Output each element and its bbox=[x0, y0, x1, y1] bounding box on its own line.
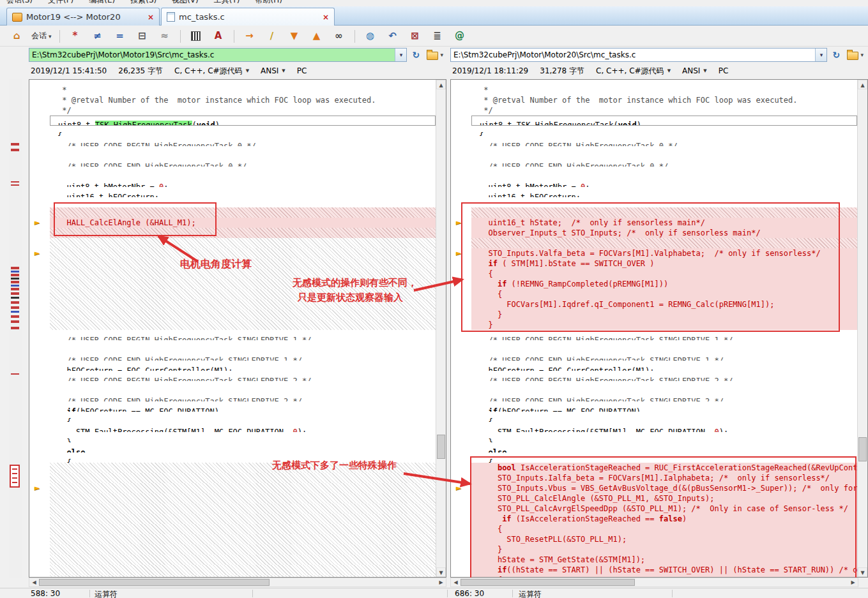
next-difference-button[interactable]: ▼ bbox=[284, 28, 305, 45]
diff-map-mark[interactable] bbox=[11, 288, 19, 290]
right-refresh-button[interactable]: ↻ bbox=[830, 49, 842, 61]
tab-close-icon[interactable]: × bbox=[323, 13, 329, 21]
code-line[interactable]: /* USER CODE END HighFrequencyTask SINGL… bbox=[471, 350, 857, 361]
show-all-button[interactable]: * bbox=[65, 28, 86, 45]
scrollbar-thumb[interactable] bbox=[858, 437, 867, 461]
diff-section-marker-icon[interactable]: ► bbox=[34, 483, 40, 493]
diff-section-marker-icon[interactable]: ► bbox=[456, 248, 461, 258]
code-line[interactable]: STO_ResetPLL(&STO_PLL_M1); bbox=[471, 534, 857, 544]
code-line[interactable]: Observer_Inputs_t STO_Inputs; /* only if… bbox=[471, 228, 857, 238]
edit-button[interactable]: ∕ bbox=[262, 28, 282, 45]
code-line[interactable]: { bbox=[471, 289, 857, 299]
code-line[interactable]: STM_FaultProcessing(&STM[M1], MC_FOC_DUR… bbox=[471, 422, 857, 432]
menu-item[interactable]: 会话(S) bbox=[6, 0, 33, 6]
undo-button[interactable]: ↶ bbox=[383, 28, 403, 45]
code-line[interactable]: uint16_t hState; /* only if sensorless m… bbox=[471, 218, 857, 228]
code-line[interactable]: { bbox=[471, 524, 857, 534]
code-line[interactable] bbox=[50, 207, 436, 218]
scroll-up-button[interactable]: ▲ bbox=[858, 80, 867, 89]
code-line[interactable]: } bbox=[471, 544, 857, 555]
code-line[interactable] bbox=[471, 238, 857, 248]
web-globe-button[interactable]: ◍ bbox=[360, 28, 381, 45]
code-line[interactable]: { bbox=[471, 126, 857, 136]
menu-item[interactable]: 编辑(E) bbox=[89, 0, 115, 6]
code-line[interactable]: /* USER CODE END HighFrequencyTask SINGL… bbox=[471, 391, 857, 401]
code-line[interactable] bbox=[471, 146, 857, 156]
code-line[interactable] bbox=[50, 493, 436, 504]
code-line[interactable]: /* USER CODE BEGIN HighFrequencyTask 0 *… bbox=[471, 136, 857, 146]
scroll-left-button[interactable]: ◀ bbox=[29, 578, 39, 587]
code-line[interactable]: if ( STM[M1].bState == SWITCH_OVER ) bbox=[471, 258, 857, 269]
code-line[interactable]: /* USER CODE BEGIN HighFrequencyTask SIN… bbox=[471, 371, 857, 381]
diff-map-mark[interactable] bbox=[11, 297, 19, 299]
code-line[interactable] bbox=[471, 207, 857, 218]
code-line[interactable]: * @retval Number of the motor instance w… bbox=[471, 95, 857, 105]
diff-map-mark[interactable] bbox=[11, 301, 19, 304]
code-line[interactable]: { bbox=[471, 575, 857, 577]
code-line[interactable] bbox=[50, 299, 436, 310]
report-button[interactable]: ≣ bbox=[427, 28, 448, 45]
code-line[interactable] bbox=[50, 320, 436, 330]
tab-mc-tasks[interactable]: mc_tasks.c × bbox=[161, 8, 335, 26]
code-line[interactable] bbox=[50, 463, 436, 473]
format-button[interactable]: A bbox=[208, 28, 229, 45]
code-line[interactable] bbox=[50, 289, 436, 299]
code-line[interactable]: /* USER CODE BEGIN HighFrequencyTask SIN… bbox=[50, 371, 436, 381]
diff-section-marker-icon[interactable]: ► bbox=[34, 218, 40, 228]
code-line[interactable]: STO_PLL_CalcElAngle (&STO_PLL_M1, &STO_I… bbox=[471, 493, 857, 504]
left-path-dropdown-button[interactable]: ▾ bbox=[395, 49, 406, 61]
code-line[interactable]: * @retval Number of the motor instance w… bbox=[50, 95, 436, 105]
left-refresh-button[interactable]: ↻ bbox=[409, 49, 422, 61]
code-line[interactable]: STO_PLL_CalcAvrgElSpeedDpp (&STO_PLL_M1)… bbox=[471, 504, 857, 514]
code-line[interactable]: } bbox=[50, 432, 436, 442]
code-line[interactable]: HALL_CalcElAngle (&HALL_M1); bbox=[50, 218, 436, 228]
copy-to-right-button[interactable]: → bbox=[240, 28, 260, 45]
code-line[interactable]: { bbox=[471, 412, 857, 422]
code-line[interactable] bbox=[50, 279, 436, 289]
diff-map-mark[interactable] bbox=[11, 143, 19, 146]
code-line[interactable]: if (!REMNG_RampCompleted(pREMNG[M1])) bbox=[471, 279, 857, 289]
menu-item[interactable]: 工具(T) bbox=[214, 0, 240, 6]
code-line[interactable]: if (IsAccelerationStageReached == false) bbox=[471, 514, 857, 524]
scroll-right-button[interactable]: ▶ bbox=[436, 578, 446, 587]
left-path-text[interactable]: E:\Stm32cubePrj\Motor\Motor19\Src\mc_tas… bbox=[29, 49, 395, 61]
code-line[interactable]: { bbox=[50, 412, 436, 422]
code-line[interactable] bbox=[50, 167, 436, 177]
code-line[interactable]: if(hFOCreturn == MC_FOC_DURATION) bbox=[471, 401, 857, 412]
code-line[interactable]: uint8_t TSK_HighFrequencyTask(void) bbox=[50, 116, 436, 126]
tab-close-icon[interactable]: × bbox=[148, 13, 154, 21]
code-line[interactable]: * bbox=[50, 85, 436, 95]
code-line[interactable]: /* USER CODE END HighFrequencyTask 0 */ bbox=[471, 156, 857, 167]
code-line[interactable] bbox=[50, 248, 436, 258]
code-line[interactable]: STO_Inputs.Ialfa_beta = FOCVars[M1].Ialp… bbox=[471, 473, 857, 483]
left-horizontal-scrollbar[interactable]: ◀ ▶ bbox=[29, 578, 446, 587]
menu-item[interactable]: 搜索(S) bbox=[130, 0, 156, 6]
diff-map-mark[interactable] bbox=[11, 184, 19, 186]
scrollbar-track[interactable] bbox=[461, 578, 848, 587]
diff-map-mark[interactable] bbox=[11, 311, 19, 313]
diff-map-mark[interactable] bbox=[11, 315, 19, 318]
code-line[interactable] bbox=[50, 514, 436, 524]
scrollbar-thumb[interactable] bbox=[437, 435, 445, 459]
ignore-unimportant-button[interactable]: ≈ bbox=[155, 28, 175, 45]
diff-map-mark[interactable] bbox=[11, 373, 19, 375]
code-line[interactable]: else bbox=[50, 442, 436, 452]
scrollbar-track[interactable] bbox=[39, 578, 436, 587]
diff-map-mark[interactable] bbox=[11, 267, 19, 269]
diff-map-mark[interactable] bbox=[11, 274, 19, 276]
code-line[interactable]: FOCVars[M1].Iqdref.qI_Component1 = REMNG… bbox=[471, 299, 857, 310]
code-line[interactable]: /* USER CODE END HighFrequencyTask SINGL… bbox=[50, 350, 436, 361]
right-path-dropdown-button[interactable]: ▾ bbox=[815, 49, 826, 61]
code-line[interactable] bbox=[50, 238, 436, 248]
show-differences-button[interactable]: ≠ bbox=[88, 28, 108, 45]
code-line[interactable] bbox=[50, 146, 436, 156]
code-line[interactable]: uint8_t TSK_HighFrequencyTask(void) bbox=[471, 116, 857, 126]
diff-map-mark[interactable] bbox=[11, 285, 19, 287]
code-line[interactable] bbox=[50, 544, 436, 555]
show-same-button[interactable]: = bbox=[110, 28, 130, 45]
code-line[interactable]: bool IsAccelerationStageReached = RUC_Fi… bbox=[471, 463, 857, 473]
find-binoculars-button[interactable]: ∞ bbox=[329, 28, 349, 45]
scroll-down-button[interactable]: ▼ bbox=[436, 567, 446, 577]
scrollbar-thumb[interactable] bbox=[39, 579, 270, 586]
code-line[interactable]: { bbox=[471, 269, 857, 279]
